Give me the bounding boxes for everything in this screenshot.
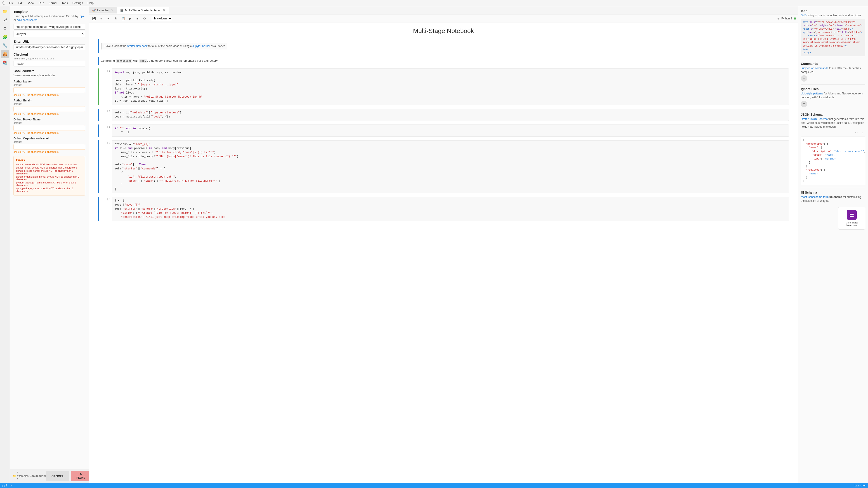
kernel-info: ⊙ Python 3 — [777, 17, 796, 20]
center-panel: 🚀 Launcher ✕ 📓 Multi-Stage Starter Noteb… — [89, 6, 798, 483]
nb-add-btn[interactable]: + — [98, 15, 104, 22]
nb-copy-btn[interactable]: ⎘ — [113, 15, 119, 22]
author-email-input[interactable] — [13, 106, 85, 112]
checkout-input[interactable] — [13, 61, 85, 66]
status-bar: ⬚ 2 ⚙ Launcher — [0, 483, 868, 488]
rp-divider-2 — [801, 84, 865, 85]
rp-ignore-desc: glob-style patterns for folders and file… — [801, 92, 865, 99]
errors-title: Errors — [16, 158, 83, 162]
cell-marker-intro — [98, 57, 99, 65]
sidebar-icon-git[interactable]: ⎇ — [1, 16, 9, 24]
json-undo-btn[interactable]: ↩ — [854, 130, 859, 135]
rp-commands-title: Commands — [801, 62, 865, 66]
topic-link[interactable]: topic — [79, 15, 85, 18]
cell-prompt-5: [ ]: — [101, 197, 110, 200]
rp-ui-schema-section: UI Schema react-jsonschema-form uiSchema… — [801, 191, 865, 204]
draft7-schema-link[interactable]: Draft 7 JSON Schema — [801, 118, 828, 121]
author-name-input[interactable] — [13, 87, 85, 93]
menu-view[interactable]: View — [26, 1, 36, 5]
notebook-title: Multi-Stage Notebook — [98, 27, 789, 35]
rp-ui-schema-desc: react-jsonschema-form uiSchema for custo… — [801, 195, 865, 203]
enter-url-label: Enter URL — [13, 40, 85, 43]
cell-code-3[interactable]: if "T" not in locals(): T = 0 — [112, 125, 789, 137]
cell-code-1[interactable]: import os, json, pathlib, sys, re, rando… — [112, 68, 789, 105]
launcher-tab-close[interactable]: ✕ — [111, 9, 114, 12]
nb-paste-btn[interactable]: 📋 — [120, 15, 126, 22]
cookiecutter-title: Cookiecutter* — [13, 69, 85, 73]
cell-marker-4 — [98, 140, 99, 193]
jupyterlab-commands-link[interactable]: JupyterLab commands — [801, 67, 828, 70]
glob-patterns-link[interactable]: glob-style patterns — [801, 92, 823, 95]
rp-json-schema-title: JSON Schema — [801, 113, 865, 116]
notebook-blockquote: Have a look at the Starter Notebook for … — [101, 43, 227, 50]
tab-multistage[interactable]: 📓 Multi-Stage Starter Noteboo ✕ — [117, 7, 169, 14]
fixme-button[interactable]: ✎ FIXME — [71, 471, 89, 481]
cell-prompt-3: [ ]: — [101, 125, 110, 128]
mini-card[interactable]: ☰ Multi-Stage Notebook — [838, 207, 865, 230]
add-ignore-btn[interactable]: + — [801, 101, 807, 107]
nb-cell-blockquote: Have a look at the Starter Notebook for … — [98, 39, 789, 53]
tab-launcher[interactable]: 🚀 Launcher ✕ — [89, 7, 117, 13]
nb-restart-btn[interactable]: ⟳ — [142, 15, 148, 22]
sidebar-icon-folder[interactable]: 📁 — [1, 7, 9, 15]
sidebar-icon-settings[interactable]: ⚙ — [1, 24, 9, 33]
author-name-default: default: — [13, 84, 85, 86]
sidebar-icon-book[interactable]: 📚 — [1, 59, 9, 67]
menu-help[interactable]: Help — [86, 1, 95, 5]
rp-divider-4 — [801, 188, 865, 188]
menu-run[interactable]: Run — [37, 1, 46, 5]
menu-edit[interactable]: Edit — [17, 1, 25, 5]
sidebar-icon-puzzle[interactable]: 🧩 — [1, 33, 9, 41]
nb-cut-btn[interactable]: ✂ — [105, 15, 112, 22]
cell-type-select[interactable]: Markdown Code Raw — [152, 16, 172, 21]
nb-save-btn[interactable]: 💾 — [91, 15, 97, 22]
author-email-error: should NOT be shorter than 1 characters — [13, 112, 85, 115]
cell-marker-3 — [98, 125, 99, 137]
menu-kernel[interactable]: Kernel — [47, 1, 59, 5]
nb-run-btn[interactable]: ▶ — [127, 15, 133, 22]
github-project-input[interactable] — [13, 125, 85, 131]
notebook-toolbar: 💾 + ✂ ⎘ 📋 ▶ ■ ⟳ Markdown Code Raw ⊙ Pyth… — [89, 14, 798, 23]
cell-prompt-4: [ ]: — [101, 140, 110, 144]
author-name-label: Author Name* — [13, 80, 85, 83]
cell-code-4[interactable]: previous = f"move_{T}" if live and previ… — [112, 140, 789, 193]
nb-stop-btn[interactable]: ■ — [134, 15, 141, 22]
sidebar-icon-cookie[interactable]: 🍪 — [1, 50, 9, 58]
error-author-email: author_email: should NOT be shorter than… — [16, 166, 83, 169]
menu-settings[interactable]: Settings — [70, 1, 85, 5]
engine-select[interactable]: Jupyter Cookiecutter — [13, 31, 85, 37]
github-project-default: default: — [13, 122, 85, 124]
left-panel: Template* Directory or URL of template. … — [10, 6, 89, 483]
notebook-intro: Combining continuing with copy, a notebo… — [101, 57, 218, 65]
status-launcher: Launcher — [855, 484, 866, 487]
react-jsonschema-link[interactable]: react-jsonschema-form — [801, 195, 829, 199]
template-url-input[interactable] — [13, 24, 85, 30]
menubar: ⬡ File Edit View Run Kernel Tabs Setting… — [0, 0, 868, 6]
nb-cell-intro: Combining continuing with copy, a notebo… — [98, 57, 789, 65]
enter-url-input[interactable] — [13, 44, 85, 50]
right-panel: Icon SVG string to use in Launcher cards… — [798, 6, 868, 483]
checkout-desc: The branch, tag, or commit ID to use — [13, 57, 85, 60]
cancel-button[interactable]: CANCEL — [46, 471, 69, 481]
github-project-label: Github Project Name* — [13, 118, 85, 121]
menu-tabs[interactable]: Tabs — [60, 1, 70, 5]
multistage-tab-label: Multi-Stage Starter Noteboo — [125, 8, 161, 12]
advanced-search-link[interactable]: advanced search. — [17, 19, 38, 22]
rp-icon-code[interactable]: <svg xmlns="http://www.w3.org/2000/svg" … — [801, 19, 865, 56]
nb-code-cell-3: [ ]: if "T" not in locals(): T = 0 — [98, 125, 789, 137]
cell-code-2[interactable]: meta = it["metadata"]["jupyter_starters"… — [112, 109, 789, 121]
github-org-input[interactable] — [13, 144, 85, 150]
sidebar-icon-tools[interactable]: 🔧 — [1, 41, 9, 50]
mini-card-label: Multi-Stage Notebook — [841, 221, 862, 227]
menu-file[interactable]: File — [7, 1, 16, 5]
github-project-error: should NOT be shorter than 1 characters — [13, 131, 85, 134]
multistage-tab-close[interactable]: ✕ — [163, 8, 165, 12]
status-cells: ⬚ 2 — [2, 484, 7, 487]
kernel-status-dot — [794, 18, 796, 20]
json-check-btn[interactable]: ✓ — [860, 130, 865, 135]
add-command-btn[interactable]: + — [801, 75, 807, 82]
json-schema-editor[interactable]: { "properties": { "name": { "description… — [801, 136, 865, 185]
cell-code-5[interactable]: T += 1 move f"move_{T}" meta["starter"][… — [112, 197, 789, 221]
mini-card-icon: ☰ — [847, 210, 857, 220]
checkout-title: Checkout — [13, 53, 85, 56]
